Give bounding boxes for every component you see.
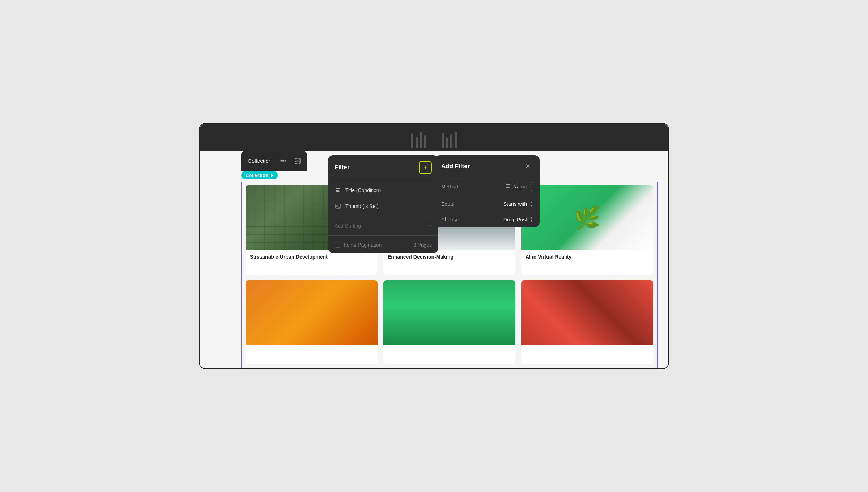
add-filter-close-button[interactable]: ✕ (522, 161, 533, 172)
svg-rect-1 (336, 188, 340, 189)
card-5-title (383, 345, 515, 353)
svg-rect-2 (336, 190, 339, 191)
database-icon (294, 157, 301, 165)
add-sorting-label: Add Sorting (335, 223, 361, 229)
filter-panel-header: Filter + (328, 155, 438, 179)
choose-value-selector[interactable]: Droip Post ▲▼ (503, 216, 533, 223)
database-icon-button[interactable] (291, 154, 304, 167)
collection-badge[interactable]: Collection ▶ (241, 171, 278, 179)
card-3: AI in Virtual Reality (521, 185, 653, 275)
card-4-image (246, 280, 378, 345)
more-options-button[interactable]: ••• (277, 154, 290, 167)
browser-window: Collection ••• Collection ▶ Sustainabl (199, 123, 669, 369)
svg-rect-7 (506, 186, 509, 186)
badge-arrow-icon: ▶ (271, 173, 273, 178)
pagination-left: Items Pagination (335, 242, 382, 248)
bar-segment-1 (411, 133, 413, 148)
filter-item-thumb[interactable]: Thumb (is Set) (328, 198, 438, 214)
svg-rect-6 (506, 184, 510, 185)
equal-value-selector[interactable]: Starts with ▲▼ (503, 201, 533, 207)
method-text-icon (506, 184, 510, 189)
method-chevron-icon: ⌃ ⌄ (529, 182, 533, 192)
equal-value-label: Starts with (503, 201, 527, 207)
card-3-title: AI in Virtual Reality (521, 250, 653, 263)
image-type-icon (335, 203, 342, 210)
collection-badge-label: Collection (246, 173, 268, 178)
filter-divider-2 (328, 216, 438, 216)
card-4-title (246, 345, 378, 353)
filter-panel-title: Filter (335, 164, 350, 171)
card-6-title (521, 345, 653, 353)
filter-panel: Filter + Title (Condition) Thumb (is Set… (328, 155, 438, 253)
filter-item-title[interactable]: Title (Condition) (328, 182, 438, 198)
pagination-checkbox[interactable] (335, 242, 340, 248)
bar-segment-7 (450, 134, 452, 148)
bar-segment-6 (446, 138, 448, 148)
method-label: Method (441, 184, 458, 190)
card-3-image (521, 185, 653, 250)
filter-item-title-label: Title (Condition) (345, 187, 381, 193)
method-value-selector[interactable]: Name ⌃ ⌄ (506, 182, 533, 192)
choose-value-label: Droip Post (503, 217, 527, 222)
card-6-image (521, 280, 653, 345)
card-4 (246, 280, 378, 364)
add-filter-equal-row: Equal Starts with ▲▼ (435, 196, 540, 212)
add-sorting-row[interactable]: Add Sorting + (328, 217, 438, 234)
bar-segment-2 (416, 137, 418, 148)
collection-toolbar-label: Collection (244, 158, 275, 164)
choose-label: Choose (441, 217, 459, 222)
add-sorting-plus-icon: + (428, 222, 432, 229)
add-filter-plus-button[interactable]: + (419, 161, 432, 174)
collection-toolbar: Collection ••• (241, 151, 307, 171)
filter-divider-1 (328, 181, 438, 181)
svg-point-5 (337, 205, 338, 206)
method-value-label: Name (513, 184, 527, 190)
bar-segment-5 (442, 133, 444, 148)
bar-segment-4 (424, 135, 426, 148)
bar-segment-3 (420, 132, 422, 148)
filter-divider-3 (328, 235, 438, 236)
filter-item-thumb-label: Thumb (is Set) (345, 203, 379, 209)
card-6 (521, 280, 653, 364)
svg-rect-3 (336, 191, 340, 192)
add-filter-choose-row: Choose Droip Post ▲▼ (435, 212, 540, 227)
equal-label: Equal (441, 201, 454, 207)
equal-chevron-icon: ▲▼ (530, 201, 533, 207)
choose-chevron-icon: ▲▼ (530, 216, 533, 223)
add-filter-method-row: Method Name ⌃ ⌄ (435, 177, 540, 196)
add-filter-header: Add Filter ✕ (435, 155, 540, 177)
svg-point-0 (295, 158, 300, 160)
pagination-label: Items Pagination (344, 242, 382, 248)
card-5 (383, 280, 515, 364)
add-filter-panel: Add Filter ✕ Method Name ⌃ ⌄ Equal (435, 155, 540, 227)
pagination-pages: 3 Pages (413, 242, 432, 248)
top-bar (200, 124, 668, 151)
card-5-image (383, 280, 515, 345)
pagination-row: Items Pagination 3 Pages (328, 237, 438, 253)
bar-segment-8 (455, 132, 457, 148)
text-type-icon (335, 187, 342, 194)
svg-rect-8 (506, 187, 510, 188)
add-filter-title: Add Filter (441, 163, 470, 170)
